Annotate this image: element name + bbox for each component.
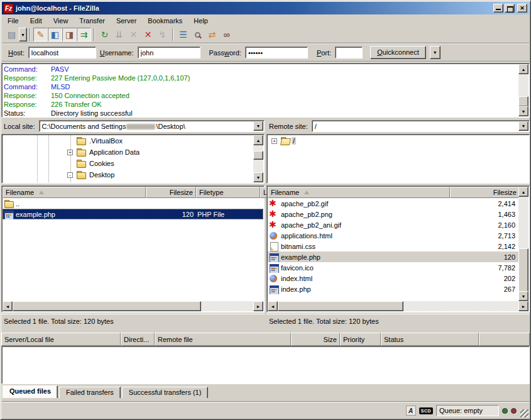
resize-grip[interactable] [520,409,528,417]
queue-column-priority[interactable]: Priority [340,333,381,346]
datatype-indicator-icon[interactable]: A [406,406,416,416]
column-header-filesize[interactable]: Filesize [450,187,520,198]
queue-column-size[interactable]: Size [291,333,340,346]
directory-comparison-button[interactable] [190,28,205,41]
menu-item-transfer[interactable]: Transfer [74,16,111,26]
tree-expander-icon[interactable]: + [67,150,73,155]
password-input[interactable] [245,47,308,58]
scroll-right-button[interactable]: ► [518,301,528,311]
menu-item-server[interactable]: Server [111,16,142,26]
scroll-thumb[interactable] [13,301,201,311]
file-row-bitnami-css[interactable]: bitnami.css2,142 [268,241,518,251]
queue-column-directi-[interactable]: Directi... [121,333,155,346]
file-row-example-php[interactable]: example.php120PHP File1 [3,209,263,219]
toggle-local-tree-button[interactable]: ◧ [48,28,62,41]
file-row-apache_pb2-gif[interactable]: apache_pb2.gif2,414 [268,198,518,209]
file-row-index-php[interactable]: index.php267 [268,284,518,294]
toggle-message-log-button[interactable]: ✎ [33,28,48,41]
scroll-up-button[interactable]: ▲ [518,187,528,197]
menu-item-file[interactable]: File [2,16,25,26]
green-led-icon [502,408,508,414]
maximize-button[interactable] [505,4,515,13]
scroll-thumb[interactable] [278,301,403,311]
queue-column-blank[interactable] [479,333,530,346]
scroll-down-button[interactable]: ▼ [518,106,528,116]
tab-failed-transfers[interactable]: Failed transfers [59,387,121,398]
toggle-remote-tree-button[interactable]: ◨ [62,28,77,41]
local-site-combo[interactable]: C:\Documents and Settings\Desktop\ ▼ [39,120,265,132]
file-row--[interactable]: .. [3,198,263,209]
port-input[interactable] [335,47,363,58]
remote-site-dropdown-button[interactable]: ▼ [518,121,528,131]
tree-item-cookies[interactable]: Cookies [3,158,263,169]
tree-item-desktop[interactable]: -Desktop [3,169,263,180]
tab-successful-transfers-1-[interactable]: Successful transfers (1) [122,387,209,398]
local-tree-vertical-scrollbar[interactable]: ▲ ▼ [253,135,263,182]
minimize-button[interactable] [493,4,503,13]
file-row-applications-html[interactable]: applications.html2,713 [268,230,518,241]
synchronized-browsing-button[interactable]: ⇄ [205,28,219,41]
scroll-thumb[interactable] [518,248,528,292]
site-manager-button[interactable]: ▤ [4,28,19,41]
arrow-down-icon: ▼ [522,109,526,114]
menu-item-help[interactable]: Help [188,16,214,26]
file-row-example-php[interactable]: example.php120 [268,251,518,262]
queue-column-server-local-file[interactable]: Server/Local file [1,333,121,346]
find-files-button[interactable]: ∞ [219,28,234,41]
column-header-filetype[interactable]: Filetype [196,187,260,198]
queue-column-remote-file[interactable]: Remote file [155,333,291,346]
scroll-thumb[interactable] [518,96,528,107]
queue-column-status[interactable]: Status [381,333,479,346]
log-vertical-scrollbar[interactable]: ▲ ▼ [518,64,528,116]
quickconnect-dropdown-button[interactable]: ▼ [430,46,441,59]
tree-expander-icon[interactable]: + [271,138,277,144]
column-header-filesize[interactable]: Filesize [146,187,196,198]
port-label: Port: [317,49,331,57]
host-input[interactable] [28,47,96,58]
remote-site-combo[interactable]: / ▼ [312,120,530,132]
scroll-left-button[interactable]: ◄ [3,301,13,311]
file-row-index-html[interactable]: index.html202 [268,273,518,284]
username-input[interactable] [138,47,200,58]
menu-item-view[interactable]: View [48,16,74,26]
site-manager-dropdown-button[interactable]: ▼ [19,28,27,41]
scroll-thumb[interactable] [253,151,263,160]
tab-queued-files[interactable]: Queued files [3,385,58,398]
php-file-icon [269,263,279,272]
remote-horizontal-scrollbar[interactable]: ◄ ► [268,301,528,311]
column-header-filename[interactable]: Filename [3,187,146,198]
scroll-right-button[interactable]: ► [253,301,263,311]
refresh-button[interactable]: ↻ [97,28,112,41]
scroll-left-button[interactable]: ◄ [268,301,278,311]
title-bar[interactable]: Fz john@localhost - FileZilla [2,2,529,14]
scd-badge-icon[interactable]: SCD [419,407,433,414]
tree-item-root[interactable]: +/ [268,135,528,146]
menu-item-bookmarks[interactable]: Bookmarks [142,16,188,26]
scroll-down-button[interactable]: ▼ [518,291,528,301]
column-header-filename[interactable]: Filename [268,187,450,198]
remote-vertical-scrollbar[interactable]: ▲ ▼ [518,187,528,301]
filesize-cell: 1,463 [450,209,518,219]
column-header-label: Filename [6,189,34,196]
file-row-apache_pb2-png[interactable]: apache_pb2.png1,463 [268,209,518,219]
quickconnect-button[interactable]: Quickconnect [370,46,426,59]
window-controls [493,4,527,13]
scroll-up-button[interactable]: ▲ [253,135,263,145]
log-line-label: Response: [4,100,51,109]
remote-pane: Remote site: / ▼ +/ FilenameFilesize apa… [266,119,530,133]
file-row-favicon-ico[interactable]: favicon.ico7,782 [268,262,518,273]
close-button[interactable] [517,4,527,13]
file-row-apache_pb2_ani-gif[interactable]: apache_pb2_ani.gif2,160 [268,219,518,230]
scroll-down-button[interactable]: ▼ [253,172,263,182]
menu-item-edit[interactable]: Edit [25,16,48,26]
local-horizontal-scrollbar[interactable]: ◄ ► [3,301,263,311]
tree-item-application-data[interactable]: +Application Data [3,146,263,158]
tree-expander-icon[interactable]: - [67,172,73,178]
filename-filters-button[interactable]: ☰ [176,28,190,41]
scroll-up-button[interactable]: ▲ [518,64,528,74]
local-site-dropdown-button[interactable]: ▼ [253,121,263,131]
arrow-down-icon: ▼ [522,294,526,299]
disconnect-button[interactable]: ✕ [141,28,155,41]
toggle-transfer-queue-button[interactable]: ⇉ [77,28,91,41]
tree-item--virtualbox[interactable]: .VirtualBox [3,135,263,146]
